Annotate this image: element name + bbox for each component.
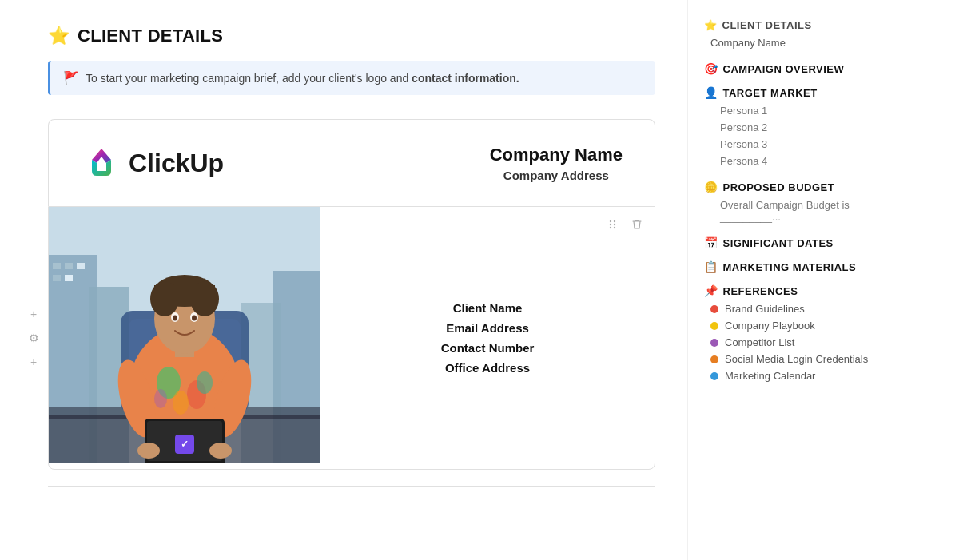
campaign-overview-icon: 🎯: [704, 62, 718, 75]
sidebar-star-icon: ⭐: [704, 19, 718, 31]
contact-number: Contact Number: [441, 341, 535, 355]
sidebar-significant-dates-title: 📅 SIGNIFICANT DATES: [704, 236, 895, 249]
svg-point-0: [610, 220, 611, 222]
content-card: + ⚙ +: [48, 206, 655, 470]
company-address: Company Address: [490, 169, 623, 182]
svg-point-35: [192, 316, 197, 321]
main-content: ⭐ CLIENT DETAILS 🚩 To start your marketi…: [0, 0, 687, 560]
ref-dot-playbook: [710, 322, 718, 330]
sidebar-company-name[interactable]: Company Name: [704, 34, 895, 51]
bottom-divider: [48, 486, 655, 487]
person-photo: ✓: [49, 207, 320, 463]
office-address: Office Address: [445, 361, 530, 375]
ref-dot-calendar: [710, 372, 718, 380]
add-block-button[interactable]: +: [25, 305, 42, 323]
svg-point-5: [614, 227, 615, 228]
sidebar-ref-competitor-list[interactable]: Competitor List: [704, 334, 895, 351]
sidebar-proposed-budget-title: 🪙 PROPOSED BUDGET: [704, 181, 895, 193]
sidebar-persona-2[interactable]: Persona 2: [704, 119, 895, 136]
photo-section: ✓: [49, 207, 320, 469]
svg-point-24: [154, 389, 167, 408]
svg-text:✓: ✓: [181, 439, 189, 450]
svg-point-2: [610, 227, 611, 228]
clickup-logo-svg: [81, 142, 122, 184]
left-toolbar: + ⚙ +: [25, 305, 42, 371]
sidebar-persona-3[interactable]: Persona 3: [704, 136, 895, 153]
sidebar-persona-4[interactable]: Persona 4: [704, 153, 895, 169]
page-title: CLIENT DETAILS: [78, 26, 223, 46]
svg-point-34: [173, 316, 177, 321]
target-market-icon: 👤: [704, 86, 718, 99]
sidebar-ref-brand-guidelines[interactable]: Brand Guidelines: [704, 300, 895, 317]
drag-handle[interactable]: [603, 215, 623, 234]
flag-icon: 🚩: [63, 70, 79, 85]
svg-point-4: [614, 224, 615, 225]
page-title-row: ⭐ CLIENT DETAILS: [48, 26, 655, 46]
sidebar-persona-1[interactable]: Persona 1: [704, 102, 895, 119]
sidebar: ⭐ CLIENT DETAILS Company Name 🎯 CAMPAIGN…: [687, 0, 911, 560]
sidebar-client-details-title: ⭐ CLIENT DETAILS: [704, 19, 895, 31]
svg-point-25: [197, 371, 213, 394]
info-text: To start your marketing campaign brief, …: [86, 72, 519, 85]
sidebar-marketing-materials-title: 📋 MARKETING MATERIALS: [704, 260, 895, 273]
ref-dot-competitor: [710, 339, 718, 347]
clickup-logo-text: ClickUp: [129, 149, 224, 178]
right-info: Client Name Email Address Contact Number…: [320, 207, 655, 469]
card-controls: [603, 215, 647, 234]
significant-dates-icon: 📅: [704, 236, 718, 249]
svg-point-44: [209, 443, 232, 459]
clickup-logo: ClickUp: [81, 142, 224, 184]
sidebar-campaign-overview-title: 🎯 CAMPAIGN OVERVIEW: [704, 62, 895, 75]
svg-point-43: [137, 443, 160, 459]
person-figure-svg: ✓: [57, 215, 312, 463]
company-name: Company Name: [490, 145, 623, 165]
star-icon: ⭐: [48, 26, 70, 46]
sidebar-ref-social-media[interactable]: Social Media Login Credentials: [704, 351, 895, 367]
sidebar-references-title: 📌 REFERENCES: [704, 284, 895, 297]
svg-point-3: [614, 220, 615, 222]
svg-point-1: [610, 224, 611, 225]
info-box: 🚩 To start your marketing campaign brief…: [48, 61, 655, 95]
ref-dot-social: [710, 355, 718, 363]
sidebar-ref-marketing-calendar[interactable]: Marketing Calendar: [704, 367, 895, 384]
sidebar-budget-item[interactable]: Overall Campaign Budget is _________...: [704, 197, 895, 225]
company-header-card: ClickUp Company Name Company Address: [48, 119, 655, 206]
marketing-materials-icon: 📋: [704, 260, 718, 273]
email-address: Email Address: [446, 321, 529, 335]
add-block-button-2[interactable]: +: [25, 353, 42, 371]
svg-rect-31: [154, 285, 215, 305]
settings-button[interactable]: ⚙: [25, 329, 42, 347]
ref-dot-brand: [710, 305, 718, 313]
company-info-right: Company Name Company Address: [490, 145, 623, 182]
sidebar-target-market-title: 👤 TARGET MARKET: [704, 86, 895, 99]
references-icon: 📌: [704, 284, 718, 297]
client-name: Client Name: [453, 301, 523, 315]
svg-point-23: [173, 391, 189, 415]
delete-button[interactable]: [627, 215, 647, 234]
sidebar-ref-company-playbook[interactable]: Company Playbook: [704, 317, 895, 334]
proposed-budget-icon: 🪙: [704, 181, 718, 193]
